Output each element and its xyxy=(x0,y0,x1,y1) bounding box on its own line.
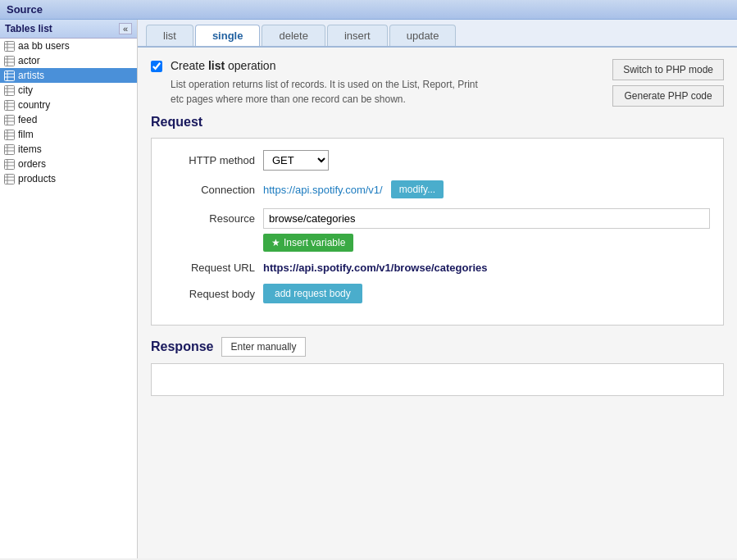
svg-rect-8 xyxy=(4,71,14,80)
table-icon xyxy=(3,129,15,140)
sidebar-item-actor[interactable]: actor xyxy=(0,53,137,68)
response-section: Response Enter manually xyxy=(151,337,724,396)
tab-update[interactable]: update xyxy=(389,25,457,46)
title-bar: Source xyxy=(0,0,737,20)
table-icon xyxy=(3,70,15,81)
sidebar-item-label: products xyxy=(18,173,56,184)
http-method-row: HTTP method GETPOSTPUTDELETEPATCH xyxy=(165,150,710,171)
sidebar-item-items[interactable]: items xyxy=(0,142,137,157)
sidebar-item-label: city xyxy=(18,84,33,96)
create-operation-checkbox[interactable] xyxy=(151,61,162,72)
sidebar-item-orders[interactable]: orders xyxy=(0,157,137,171)
request-body-row: Request body add request body xyxy=(165,284,710,303)
request-url-row: Request URL https://api.spotify.com/v1/b… xyxy=(165,262,710,274)
svg-rect-28 xyxy=(4,144,14,154)
request-section-title: Request xyxy=(151,115,724,130)
connection-row: Connection https://api.spotify.com/v1/ m… xyxy=(165,180,710,198)
request-section: Request HTTP method GETPOSTPUTDELETEPATC… xyxy=(151,115,724,326)
insert-variable-button[interactable]: ★ Insert variable xyxy=(263,234,353,252)
sidebar-item-feed[interactable]: feed xyxy=(0,112,137,127)
tabs-bar: listsingledeleteinsertupdate xyxy=(138,20,737,48)
svg-rect-32 xyxy=(4,159,14,169)
connection-label: Connection xyxy=(165,184,255,196)
title-text: Source xyxy=(7,3,43,16)
sidebar-items-list: aa bb users actor artists city country f xyxy=(0,39,137,558)
resource-container: ★ Insert variable xyxy=(263,208,710,252)
sidebar-item-artists[interactable]: artists xyxy=(0,68,137,83)
svg-rect-4 xyxy=(4,56,14,66)
operation-title-suffix: operation xyxy=(225,59,275,72)
sidebar-item-label: orders xyxy=(18,158,46,170)
request-url-value: https://api.spotify.com/v1/browse/catego… xyxy=(263,262,488,274)
sidebar: Tables list « aa bb users actor artists … xyxy=(0,20,138,558)
sidebar-item-label: country xyxy=(18,99,50,111)
table-icon xyxy=(3,99,15,111)
operation-buttons: Switch to PHP mode Generate PHP code xyxy=(612,59,724,107)
table-icon xyxy=(3,158,15,170)
switch-to-php-mode-button[interactable]: Switch to PHP mode xyxy=(612,59,724,80)
svg-rect-0 xyxy=(4,41,14,51)
operation-title-bold: list xyxy=(208,59,225,72)
operation-title-prefix: Create xyxy=(171,59,208,72)
sidebar-collapse-button[interactable]: « xyxy=(119,23,132,34)
star-icon: ★ xyxy=(271,237,280,248)
svg-rect-20 xyxy=(4,115,14,125)
sidebar-header-label: Tables list xyxy=(5,23,52,34)
enter-manually-button[interactable]: Enter manually xyxy=(221,337,305,357)
svg-rect-16 xyxy=(4,100,14,110)
operation-header: Create list operation List operation ret… xyxy=(151,59,724,107)
http-method-select[interactable]: GETPOSTPUTDELETEPATCH xyxy=(263,150,329,171)
add-request-body-button[interactable]: add request body xyxy=(263,284,362,303)
sidebar-item-label: artists xyxy=(18,70,44,81)
sidebar-item-label: film xyxy=(18,129,34,140)
resource-label: Resource xyxy=(165,212,255,225)
svg-rect-36 xyxy=(4,174,14,184)
tab-delete[interactable]: delete xyxy=(262,25,325,46)
http-method-label: HTTP method xyxy=(165,154,255,166)
request-body-label: Request body xyxy=(165,288,255,300)
sidebar-header: Tables list « xyxy=(0,20,137,39)
operation-description: List operation returns list of records. … xyxy=(171,77,482,107)
sidebar-item-label: aa bb users xyxy=(18,40,70,52)
svg-rect-12 xyxy=(4,85,14,95)
generate-php-code-button[interactable]: Generate PHP code xyxy=(612,85,724,107)
table-icon xyxy=(3,114,15,125)
response-header: Response Enter manually xyxy=(151,337,724,357)
tab-single[interactable]: single xyxy=(195,25,261,46)
content-area: Create list operation List operation ret… xyxy=(138,48,737,558)
insert-variable-label: Insert variable xyxy=(284,237,345,248)
tab-list[interactable]: list xyxy=(146,25,193,46)
request-url-label: Request URL xyxy=(165,262,255,274)
table-icon xyxy=(3,143,15,155)
sidebar-item-aa-bb-users[interactable]: aa bb users xyxy=(0,39,137,53)
sidebar-item-label: actor xyxy=(18,55,40,66)
tab-insert[interactable]: insert xyxy=(327,25,388,46)
operation-info: Create list operation List operation ret… xyxy=(171,59,482,107)
resource-input[interactable] xyxy=(263,208,710,229)
svg-rect-24 xyxy=(4,130,14,139)
sidebar-item-label: items xyxy=(18,143,42,155)
operation-left: Create list operation List operation ret… xyxy=(151,59,482,107)
sidebar-item-label: feed xyxy=(18,114,37,125)
request-box: HTTP method GETPOSTPUTDELETEPATCH Connec… xyxy=(151,138,724,326)
sidebar-item-city[interactable]: city xyxy=(0,83,137,98)
sidebar-item-country[interactable]: country xyxy=(0,98,137,112)
table-icon xyxy=(3,173,15,184)
sidebar-item-film[interactable]: film xyxy=(0,127,137,142)
table-icon xyxy=(3,40,15,52)
resource-row: Resource ★ Insert variable xyxy=(165,208,710,252)
connection-modify-button[interactable]: modify... xyxy=(391,180,444,198)
main-content: listsingledeleteinsertupdate Create list… xyxy=(138,20,737,558)
connection-url: https://api.spotify.com/v1/ xyxy=(263,184,383,196)
response-section-title: Response xyxy=(151,339,213,354)
sidebar-item-products[interactable]: products xyxy=(0,171,137,186)
table-icon xyxy=(3,84,15,96)
response-box xyxy=(151,363,724,396)
operation-title: Create list operation xyxy=(171,59,482,72)
table-icon xyxy=(3,55,15,66)
